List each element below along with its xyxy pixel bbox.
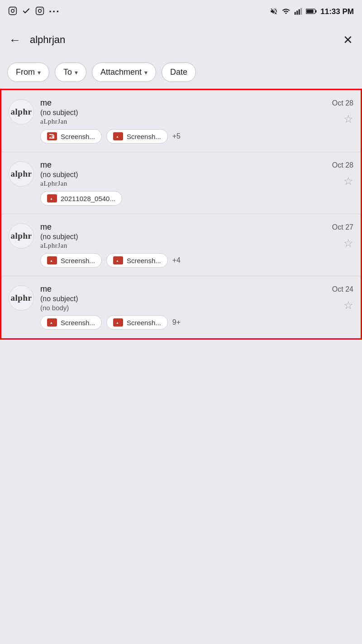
attachment-name-3b: Screensh... xyxy=(127,257,161,264)
attachment-name-4b: Screensh... xyxy=(127,319,161,327)
avatar-1: alphr xyxy=(9,99,34,125)
email-preview-3: aLphrJan xyxy=(40,242,353,250)
attachment-chip-2a[interactable]: ▲ 20211028_0540... xyxy=(40,191,122,206)
email-header-3: me Oct 27 xyxy=(40,222,353,232)
svg-rect-0 xyxy=(9,7,17,14)
svg-point-1 xyxy=(11,9,14,12)
more-icon: ··· xyxy=(49,6,60,18)
check-icon xyxy=(22,6,31,18)
filter-bar: From ▾ To ▾ Attachment ▾ Date xyxy=(0,56,362,89)
email-item-3[interactable]: alphr me Oct 27 (no subject) aLphrJan ▲ … xyxy=(1,214,361,276)
chevron-down-icon-2: ▾ xyxy=(75,69,78,76)
email-item-2[interactable]: alphr me Oct 28 (no subject) aLphrJan ▲ … xyxy=(1,152,361,214)
attachment-more-4: 9+ xyxy=(172,318,181,327)
attachment-more-3: +4 xyxy=(172,256,181,264)
email-subject-1: (no subject) xyxy=(40,109,353,117)
mute-icon xyxy=(270,7,278,17)
email-subject-3: (no subject) xyxy=(40,233,353,241)
svg-text:▲: ▲ xyxy=(116,321,119,324)
svg-text:▲: ▲ xyxy=(50,197,53,200)
email-attachments-2: ▲ 20211028_0540... xyxy=(40,191,353,206)
email-sender-2: me xyxy=(40,160,52,170)
filter-to-label: To xyxy=(63,67,72,77)
email-content-2: me Oct 28 (no subject) aLphrJan ▲ 202110… xyxy=(40,160,353,206)
svg-rect-11 xyxy=(315,10,317,12)
time-display: 11:33 PM xyxy=(320,7,354,16)
email-list: alphr me Oct 28 (no subject) aLphrJan ▲ … xyxy=(0,89,362,340)
avatar-3: alphr xyxy=(9,223,34,249)
attachment-file-icon-4b: ▲ xyxy=(113,318,123,327)
filter-from-label: From xyxy=(16,67,35,77)
attachment-name-2a: 20211028_0540... xyxy=(61,195,115,202)
attachment-file-icon-2a: ▲ xyxy=(47,194,57,202)
filter-date-button[interactable]: Date xyxy=(162,62,196,82)
svg-rect-9 xyxy=(301,8,302,14)
attachment-chip-1b[interactable]: ▲ Screensh... xyxy=(106,129,168,144)
email-sender-4: me xyxy=(40,284,52,294)
clear-search-button[interactable]: ✕ xyxy=(343,33,353,47)
status-icons-right: 11:33 PM xyxy=(270,7,354,17)
attachment-chip-4a[interactable]: ▲ Screensh... xyxy=(40,315,102,330)
attachment-chip-1a[interactable]: ▲ Screensh... xyxy=(40,129,102,144)
attachment-file-icon-3b: ▲ xyxy=(113,256,123,264)
svg-rect-7 xyxy=(297,10,298,14)
attachment-chip-3b[interactable]: ▲ Screensh... xyxy=(106,253,168,268)
status-bar: ··· xyxy=(0,0,362,24)
filter-attachment-button[interactable]: Attachment ▾ xyxy=(92,62,156,82)
star-button-2[interactable]: ☆ xyxy=(343,175,353,187)
chevron-down-icon: ▾ xyxy=(38,69,41,76)
avatar-text-3: alphr xyxy=(11,231,32,241)
email-sender-3: me xyxy=(40,222,52,232)
search-query: alphrjan xyxy=(30,34,334,46)
avatar-4: alphr xyxy=(9,285,34,311)
email-item-1[interactable]: alphr me Oct 28 (no subject) aLphrJan ▲ … xyxy=(1,90,361,152)
attachment-chip-4b[interactable]: ▲ Screensh... xyxy=(106,315,168,330)
email-preview-2: aLphrJan xyxy=(40,180,353,187)
avatar-text-1: alphr xyxy=(11,107,32,117)
svg-point-5 xyxy=(42,8,43,9)
filter-to-button[interactable]: To ▾ xyxy=(55,62,86,82)
attachment-file-icon-4a: ▲ xyxy=(47,318,57,327)
email-header-2: me Oct 28 xyxy=(40,160,353,170)
email-date-2: Oct 28 xyxy=(332,161,353,169)
email-date-4: Oct 24 xyxy=(332,285,353,293)
svg-text:▲: ▲ xyxy=(50,321,53,324)
status-icons-left: ··· xyxy=(8,6,60,18)
svg-text:▲: ▲ xyxy=(116,135,119,138)
filter-attachment-label: Attachment xyxy=(100,67,142,77)
attachment-name-4a: Screensh... xyxy=(61,319,95,327)
attachment-file-icon-1a: ▲ xyxy=(47,132,57,140)
attachment-name-3a: Screensh... xyxy=(61,257,95,264)
back-button[interactable]: ← xyxy=(9,33,21,47)
attachment-name-1b: Screensh... xyxy=(127,133,161,140)
attachment-chip-3a[interactable]: ▲ Screensh... xyxy=(40,253,102,268)
chevron-down-icon-3: ▾ xyxy=(144,69,148,76)
email-item-4[interactable]: alphr me Oct 24 (no subject) (no body) ▲… xyxy=(1,276,361,338)
email-attachments-3: ▲ Screensh... ▲ Screensh... +4 xyxy=(40,253,353,268)
email-header-1: me Oct 28 xyxy=(40,98,353,108)
filter-from-button[interactable]: From ▾ xyxy=(7,62,49,82)
avatar-text-4: alphr xyxy=(11,293,32,303)
email-preview-1: aLphrJan xyxy=(40,118,353,125)
email-date-3: Oct 27 xyxy=(332,223,353,231)
search-bar: ← alphrjan ✕ xyxy=(0,24,362,56)
star-button-3[interactable]: ☆ xyxy=(343,237,353,250)
attachment-file-icon-3a: ▲ xyxy=(47,256,57,264)
star-button-1[interactable]: ☆ xyxy=(343,113,353,125)
email-subject-4: (no subject) xyxy=(40,295,353,303)
email-attachments-1: ▲ Screensh... ▲ Screensh... +5 xyxy=(40,129,353,144)
email-sender-1: me xyxy=(40,98,52,108)
email-date-1: Oct 28 xyxy=(332,99,353,107)
svg-text:▲: ▲ xyxy=(49,135,52,138)
svg-point-2 xyxy=(14,8,15,9)
svg-text:▲: ▲ xyxy=(50,259,53,262)
attachment-name-1a: Screensh... xyxy=(61,133,95,140)
svg-text:▲: ▲ xyxy=(116,259,119,262)
email-content-3: me Oct 27 (no subject) aLphrJan ▲ Screen… xyxy=(40,222,353,268)
signal-icon xyxy=(294,7,302,17)
email-attachments-4: ▲ Screensh... ▲ Screensh... 9+ xyxy=(40,315,353,330)
email-content-4: me Oct 24 (no subject) (no body) ▲ Scree… xyxy=(40,284,353,330)
star-button-4[interactable]: ☆ xyxy=(343,299,353,312)
svg-rect-3 xyxy=(36,7,44,14)
attachment-more-1: +5 xyxy=(172,132,181,140)
